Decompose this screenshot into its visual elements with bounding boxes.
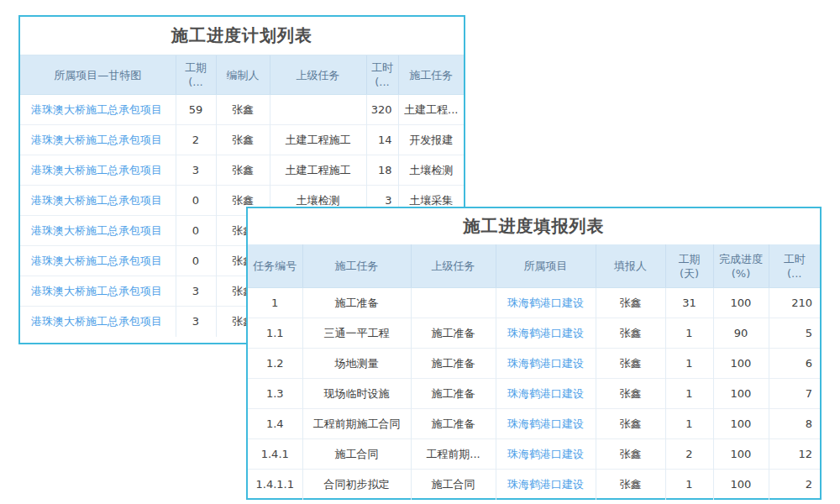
plan-table-title: 施工进度计划列表 <box>20 17 464 55</box>
cell-progress-percent: 100 <box>713 288 769 318</box>
cell-task-id: 1.1 <box>248 318 302 349</box>
cell-reporter: 张鑫 <box>596 409 665 439</box>
cell-parent-task: 施工准备 <box>411 379 496 409</box>
cell-task-id: 1.2 <box>248 349 302 379</box>
table-row[interactable]: 1.1三通一平工程施工准备珠海鹤港口建设张鑫1905 <box>248 318 820 349</box>
cell-hours: 320 <box>366 95 398 125</box>
cell-duration-days: 2 <box>665 439 713 470</box>
project-link[interactable]: 珠海鹤港口建设 <box>507 417 584 430</box>
table-row[interactable]: 1.4工程前期施工合同施工准备珠海鹤港口建设张鑫11008 <box>248 409 820 439</box>
col-header-duration: 工期 (... <box>176 55 216 95</box>
cell-task-id: 1.4.1.1 <box>248 470 302 500</box>
cell-project: 港珠澳大桥施工总承包项目 <box>20 246 176 276</box>
cell-author: 张鑫 <box>216 155 270 186</box>
project-link[interactable]: 港珠澳大桥施工总承包项目 <box>31 315 162 328</box>
cell-task-id: 1.4.1 <box>248 439 302 470</box>
project-link[interactable]: 珠海鹤港口建设 <box>507 297 584 309</box>
cell-hours: 12 <box>769 439 820 470</box>
project-link[interactable]: 珠海鹤港口建设 <box>507 327 584 339</box>
report-table-header-row: 任务编号施工任务上级任务所属项目填报人工期 (天)完成进度 (%)工时 (... <box>248 244 820 288</box>
cell-task: 工程前期施工合同 <box>302 409 411 439</box>
col-header-hours: 工时 (... <box>769 244 820 288</box>
cell-hours: 210 <box>769 288 820 318</box>
cell-project: 港珠澳大桥施工总承包项目 <box>20 186 176 216</box>
cell-hours: 18 <box>366 155 398 186</box>
report-table: 任务编号施工任务上级任务所属项目填报人工期 (天)完成进度 (%)工时 (...… <box>248 244 820 500</box>
cell-parent-task <box>411 288 496 318</box>
cell-task: 现场临时设施 <box>302 379 411 409</box>
cell-duration: 59 <box>176 95 216 125</box>
report-table-card: 施工进度填报列表 任务编号施工任务上级任务所属项目填报人工期 (天)完成进度 (… <box>246 207 822 500</box>
table-row[interactable]: 1.4.1.1合同初步拟定施工合同珠海鹤港口建设张鑫11002 <box>248 470 820 500</box>
cell-duration-days: 31 <box>665 288 713 318</box>
col-header-progress-percent: 完成进度 (%) <box>713 244 769 288</box>
cell-parent-task: 施工合同 <box>411 470 496 500</box>
cell-progress-percent: 100 <box>713 439 769 470</box>
project-link[interactable]: 珠海鹤港口建设 <box>507 478 584 491</box>
report-table-title: 施工进度填报列表 <box>248 208 820 244</box>
table-row[interactable]: 港珠澳大桥施工总承包项目59张鑫320土建工程... <box>20 95 464 125</box>
cell-parent-task <box>270 95 366 125</box>
cell-task: 土壤检测 <box>398 155 464 186</box>
cell-reporter: 张鑫 <box>596 288 665 318</box>
col-header-parent-task: 上级任务 <box>270 55 366 95</box>
cell-duration-days: 1 <box>665 379 713 409</box>
cell-parent-task: 土建工程施工 <box>270 155 366 186</box>
cell-parent-task: 施工准备 <box>411 318 496 349</box>
cell-project: 珠海鹤港口建设 <box>496 470 596 500</box>
table-row[interactable]: 1施工准备珠海鹤港口建设张鑫31100210 <box>248 288 820 318</box>
cell-task: 施工准备 <box>302 288 411 318</box>
cell-parent-task: 施工准备 <box>411 349 496 379</box>
cell-task: 场地测量 <box>302 349 411 379</box>
cell-duration-days: 1 <box>665 318 713 349</box>
project-link[interactable]: 港珠澳大桥施工总承包项目 <box>31 134 162 146</box>
cell-hours: 2 <box>769 470 820 500</box>
cell-project: 港珠澳大桥施工总承包项目 <box>20 216 176 246</box>
project-link[interactable]: 珠海鹤港口建设 <box>507 357 584 370</box>
project-link[interactable]: 港珠澳大桥施工总承包项目 <box>31 164 162 176</box>
project-link[interactable]: 港珠澳大桥施工总承包项目 <box>31 285 162 297</box>
col-header-author: 编制人 <box>216 55 270 95</box>
project-link[interactable]: 港珠澳大桥施工总承包项目 <box>31 103 162 116</box>
project-link[interactable]: 珠海鹤港口建设 <box>507 387 584 400</box>
cell-parent-task: 施工准备 <box>411 409 496 439</box>
cell-project: 珠海鹤港口建设 <box>496 409 596 439</box>
cell-progress-percent: 90 <box>713 318 769 349</box>
cell-progress-percent: 100 <box>713 470 769 500</box>
cell-duration: 2 <box>176 125 216 155</box>
cell-parent-task: 土建工程施工 <box>270 125 366 155</box>
cell-progress-percent: 100 <box>713 379 769 409</box>
col-header-task: 施工任务 <box>398 55 464 95</box>
project-link[interactable]: 港珠澳大桥施工总承包项目 <box>31 194 162 207</box>
col-header-project: 所属项目 <box>496 244 596 288</box>
table-row[interactable]: 1.2场地测量施工准备珠海鹤港口建设张鑫11006 <box>248 349 820 379</box>
cell-project: 港珠澳大桥施工总承包项目 <box>20 276 176 307</box>
plan-table-header-row: 所属项目—甘特图工期 (...编制人上级任务工时 (...施工任务 <box>20 55 464 95</box>
cell-project: 珠海鹤港口建设 <box>496 349 596 379</box>
cell-project: 港珠澳大桥施工总承包项目 <box>20 155 176 186</box>
col-header-hours: 工时 (... <box>366 55 398 95</box>
cell-hours: 7 <box>769 379 820 409</box>
table-row[interactable]: 1.3现场临时设施施工准备珠海鹤港口建设张鑫11007 <box>248 379 820 409</box>
cell-project: 珠海鹤港口建设 <box>496 288 596 318</box>
table-row[interactable]: 港珠澳大桥施工总承包项目2张鑫土建工程施工14开发报建 <box>20 125 464 155</box>
cell-duration: 3 <box>176 276 216 307</box>
table-row[interactable]: 港珠澳大桥施工总承包项目3张鑫土建工程施工18土壤检测 <box>20 155 464 186</box>
cell-parent-task: 工程前期... <box>411 439 496 470</box>
project-link[interactable]: 珠海鹤港口建设 <box>507 448 584 460</box>
cell-project: 珠海鹤港口建设 <box>496 439 596 470</box>
cell-task-id: 1.4 <box>248 409 302 439</box>
cell-project: 港珠澳大桥施工总承包项目 <box>20 125 176 155</box>
cell-task-id: 1.3 <box>248 379 302 409</box>
cell-duration: 0 <box>176 246 216 276</box>
cell-hours: 6 <box>769 349 820 379</box>
col-header-duration-days: 工期 (天) <box>665 244 713 288</box>
cell-reporter: 张鑫 <box>596 349 665 379</box>
table-row[interactable]: 1.4.1施工合同工程前期...珠海鹤港口建设张鑫210012 <box>248 439 820 470</box>
cell-task: 施工合同 <box>302 439 411 470</box>
col-header-project: 所属项目—甘特图 <box>20 55 176 95</box>
project-link[interactable]: 港珠澳大桥施工总承包项目 <box>31 224 162 237</box>
cell-hours: 8 <box>769 409 820 439</box>
project-link[interactable]: 港珠澳大桥施工总承包项目 <box>31 255 162 267</box>
cell-task-id: 1 <box>248 288 302 318</box>
